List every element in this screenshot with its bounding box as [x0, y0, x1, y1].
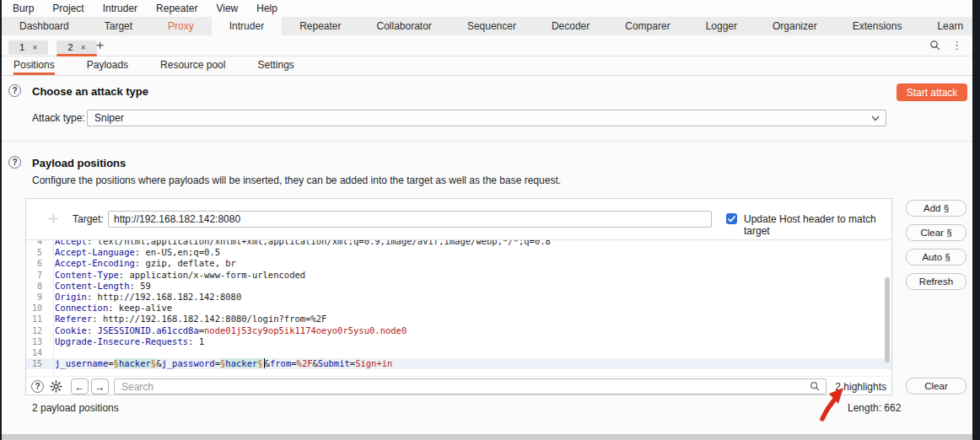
- payload-positions-description: Configure the positions where payloads w…: [32, 174, 561, 186]
- check-icon: [728, 216, 735, 223]
- search-input[interactable]: [114, 378, 827, 394]
- request-segment: hacker: [225, 358, 257, 368]
- editor-search-bar: ? ← → 2 highlights: [26, 376, 891, 395]
- request-line-13[interactable]: 13Upgrade-Insecure-Requests: 1: [26, 336, 891, 347]
- line-number: 9: [26, 292, 48, 303]
- menu-project[interactable]: Project: [43, 0, 93, 17]
- tab-comparer[interactable]: Comparer: [607, 17, 687, 35]
- add-payload-marker-button[interactable]: Add §: [906, 200, 967, 217]
- target-input[interactable]: [108, 211, 712, 228]
- update-host-checkbox[interactable]: [726, 213, 737, 224]
- request-segment: hacker: [119, 358, 151, 368]
- attack-tab-label: 2: [67, 42, 73, 52]
- tab-dashboard[interactable]: Dashboard: [2, 17, 87, 35]
- request-segment: : keep-alive: [108, 303, 172, 313]
- clear-search-button[interactable]: Clear: [906, 378, 967, 394]
- request-line-text: Referer: http://192.168.182.142:8080/log…: [55, 314, 326, 325]
- request-line-10[interactable]: 10Connection: keep-alive: [26, 303, 891, 314]
- menu-burp[interactable]: Burp: [3, 0, 43, 17]
- attack-type-value: Sniper: [94, 112, 124, 124]
- search-prev-button[interactable]: ←: [71, 378, 89, 394]
- line-number: 11: [26, 314, 48, 325]
- attack-type-select[interactable]: Sniper: [87, 110, 886, 126]
- request-line-text: Origin: http://192.168.182.142:8080: [55, 292, 241, 303]
- menu-view[interactable]: View: [207, 0, 247, 17]
- positions-panel: Target: Update Host header to match targ…: [25, 198, 892, 395]
- close-icon[interactable]: ×: [32, 43, 37, 52]
- attack-tab-pill[interactable]: 1×: [8, 40, 48, 55]
- request-line-text: Upgrade-Insecure-Requests: 1: [55, 336, 204, 347]
- line-number: 14: [26, 347, 48, 358]
- request-line-6[interactable]: 6Accept-Encoding: gzip, deflate, br: [26, 258, 891, 269]
- menu-intruder[interactable]: Intruder: [94, 0, 147, 17]
- attack-tab-pill[interactable]: 2×: [57, 40, 96, 55]
- tab-extensions[interactable]: Extensions: [835, 17, 920, 35]
- request-line-14[interactable]: 14: [26, 347, 891, 358]
- help-icon[interactable]: ?: [31, 380, 44, 393]
- request-line-text: Cookie: JSESSIONID.a61ccd8a=node01j53cy9…: [55, 325, 407, 336]
- intruder-section-tabs: PositionsPayloadsResource poolSettings: [2, 56, 972, 76]
- help-icon[interactable]: ?: [8, 156, 21, 169]
- kebab-menu-icon[interactable]: ⋮: [951, 38, 962, 52]
- tab-target[interactable]: Target: [87, 17, 150, 35]
- line-number: 12: [26, 325, 48, 336]
- tab-learn[interactable]: Learn: [919, 17, 980, 35]
- request-segment: =: [108, 358, 113, 368]
- clear-payload-marker-button[interactable]: Clear §: [906, 224, 967, 241]
- drag-handle-icon[interactable]: [48, 213, 59, 224]
- tab-sequencer[interactable]: Sequencer: [450, 17, 534, 35]
- tab-collaborator[interactable]: Collaborator: [359, 17, 450, 35]
- request-segment: Origin: [55, 292, 87, 302]
- main-tab-bar: DashboardTargetProxyIntruderRepeaterColl…: [2, 17, 972, 35]
- menu-help[interactable]: Help: [247, 0, 287, 17]
- attack-tabs: 1×2×: [8, 35, 97, 55]
- tab-positions[interactable]: Positions: [13, 56, 55, 75]
- request-segment: Accept-Language: [55, 247, 135, 257]
- request-segment: j_username: [55, 358, 108, 368]
- request-line-text: Content-Length: 59: [55, 281, 151, 292]
- auto-payload-marker-button[interactable]: Auto §: [906, 249, 967, 266]
- tab-decoder[interactable]: Decoder: [534, 17, 607, 35]
- request-line-5[interactable]: 5Accept-Language: en-US,en;q=0.5: [26, 247, 891, 258]
- search-next-button[interactable]: →: [91, 378, 109, 394]
- request-segment: : gzip, deflate, br: [135, 258, 236, 268]
- tab-proxy[interactable]: Proxy: [150, 17, 212, 35]
- tab-organizer[interactable]: Organizer: [755, 17, 835, 35]
- refresh-button[interactable]: Refresh: [906, 273, 967, 290]
- request-line-4[interactable]: 4Accept: text/html,application/xhtml+xml…: [26, 240, 891, 247]
- request-line-9[interactable]: 9Origin: http://192.168.182.142:8080: [26, 292, 891, 303]
- gear-icon[interactable]: [50, 380, 62, 393]
- tab-intruder[interactable]: Intruder: [212, 17, 282, 35]
- attack-tab-2[interactable]: 2×: [57, 35, 96, 55]
- editor-scrollbar[interactable]: [885, 277, 890, 362]
- request-line-text: j_username=§hacker§&j_password=§hacker§&…: [55, 358, 392, 369]
- line-number: 7: [26, 270, 48, 281]
- help-icon[interactable]: ?: [8, 84, 21, 97]
- menu-repeater[interactable]: Repeater: [147, 0, 207, 17]
- attack-tab-row: 1×2× + ⋮: [2, 35, 972, 56]
- update-host-label: Update Host header to match target: [744, 213, 891, 237]
- request-line-11[interactable]: 11Referer: http://192.168.182.142:8080/l…: [26, 314, 891, 325]
- request-line-12[interactable]: 12Cookie: JSESSIONID.a61ccd8a=node01j53c…: [26, 325, 891, 336]
- tab-logger[interactable]: Logger: [688, 17, 755, 35]
- start-attack-button[interactable]: Start attack: [897, 83, 967, 101]
- request-line-7[interactable]: 7Content-Type: application/x-www-form-ur…: [26, 270, 891, 281]
- request-segment: j_password: [161, 358, 214, 368]
- request-line-8[interactable]: 8Content-Length: 59: [26, 281, 891, 292]
- new-attack-tab-button[interactable]: +: [96, 37, 104, 54]
- target-row: Target: Update Host header to match targ…: [26, 199, 891, 240]
- close-icon[interactable]: ×: [81, 43, 86, 52]
- tab-resource-pool[interactable]: Resource pool: [160, 56, 225, 75]
- request-segment: Referer: [55, 314, 92, 324]
- tab-settings[interactable]: Settings: [257, 56, 293, 75]
- annotation-arrow: [812, 379, 853, 423]
- request-line-15[interactable]: 15j_username=§hacker§&j_password=§hacker…: [26, 358, 891, 369]
- tab-payloads[interactable]: Payloads: [87, 56, 128, 75]
- tab-repeater[interactable]: Repeater: [282, 17, 358, 35]
- line-number: 10: [26, 303, 48, 314]
- request-segment: :: [87, 325, 98, 335]
- search-icon[interactable]: [929, 40, 940, 51]
- request-editor[interactable]: 4Accept: text/html,application/xhtml+xml…: [26, 240, 891, 376]
- request-segment: Connection: [55, 303, 108, 313]
- attack-tab-1[interactable]: 1×: [8, 35, 48, 55]
